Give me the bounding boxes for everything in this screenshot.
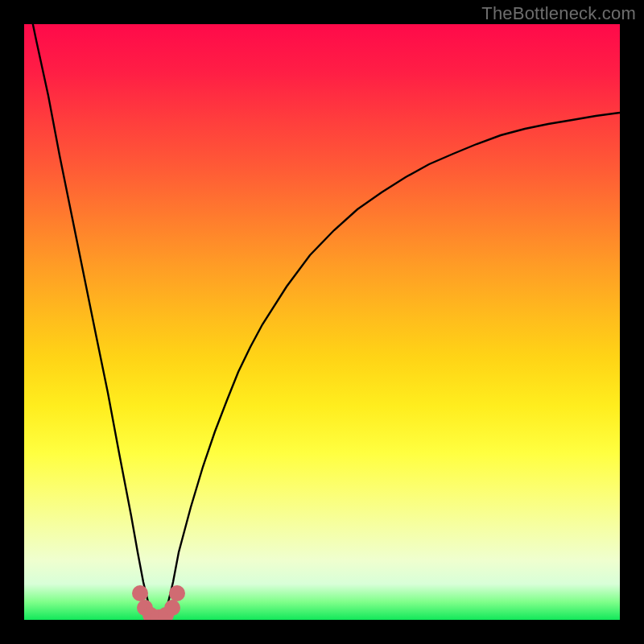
bottleneck-curve: [24, 24, 620, 617]
marker-dot: [169, 585, 185, 601]
curve-layer: [24, 24, 620, 620]
marker-dot: [164, 600, 180, 616]
chart-stage: TheBottleneck.com: [0, 0, 644, 644]
marker-dot: [132, 585, 148, 601]
watermark-text: TheBottleneck.com: [481, 3, 636, 24]
bottom-markers: [132, 585, 185, 620]
plot-area: [24, 24, 620, 620]
